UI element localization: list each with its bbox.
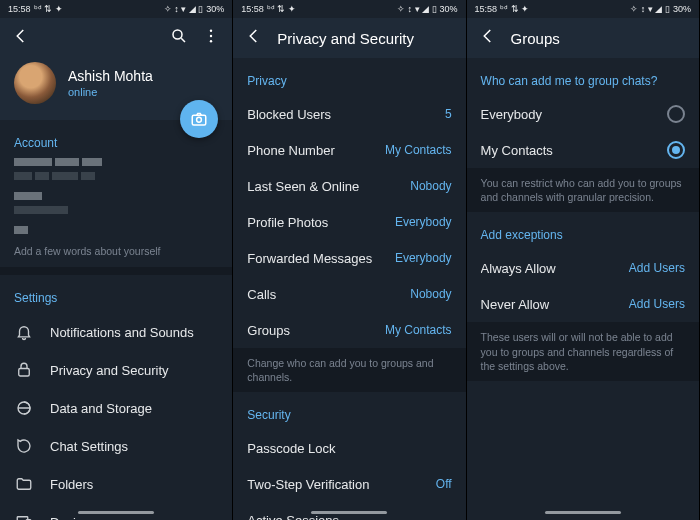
page-title: Privacy and Security <box>277 30 414 47</box>
appbar: Groups <box>467 18 699 58</box>
back-icon[interactable] <box>245 27 263 49</box>
status-bar: 15:58ᵇᵈ ⇅ ✦ ✧ ↕ ▾ ◢ ▯30% <box>467 0 699 18</box>
profile-name: Ashish Mohta <box>68 68 153 84</box>
radio-icon <box>667 105 685 123</box>
back-icon[interactable] <box>479 27 497 49</box>
appbar: Privacy and Security <box>233 18 465 58</box>
nav-pill <box>311 511 387 514</box>
status-bar: 15:58ᵇᵈ ⇅ ✦ ✧ ↕ ▾ ◢ ▯30% <box>233 0 465 18</box>
row-phone[interactable]: Phone NumberMy Contacts <box>233 132 465 168</box>
groups-scroll[interactable]: Who can add me to group chats? Everybody… <box>467 58 699 520</box>
svg-point-2 <box>210 35 212 37</box>
nav-pill <box>545 511 621 514</box>
redacted-info <box>0 226 232 243</box>
row-lastseen[interactable]: Last Seen & OnlineNobody <box>233 168 465 204</box>
bio-placeholder[interactable]: Add a few words about yourself <box>0 243 232 267</box>
opt-mycontacts[interactable]: My Contacts <box>467 132 699 168</box>
row-calls[interactable]: CallsNobody <box>233 276 465 312</box>
hint-groups: Change who can add you to groups and cha… <box>233 348 465 392</box>
section-privacy: Privacy <box>233 58 465 96</box>
item-chat[interactable]: Chat Settings <box>0 427 232 465</box>
status-bar: 15:58ᵇᵈ ⇅ ✦ ✧ ↕ ▾ ◢ ▯30% <box>0 0 232 18</box>
section-security: Security <box>233 392 465 430</box>
redacted-info <box>0 192 232 220</box>
back-icon[interactable] <box>12 27 30 49</box>
hint-restrict: You can restrict who can add you to grou… <box>467 168 699 212</box>
data-icon <box>14 399 34 417</box>
folder-icon <box>14 475 34 493</box>
profile-header: Ashish Mohta online <box>0 58 232 120</box>
radio-icon <box>667 141 685 159</box>
svg-rect-6 <box>19 369 30 377</box>
divider <box>0 267 232 275</box>
devices-icon <box>14 513 34 520</box>
row-groups[interactable]: GroupsMy Contacts <box>233 312 465 348</box>
item-notifications[interactable]: Notifications and Sounds <box>0 313 232 351</box>
item-folders[interactable]: Folders <box>0 465 232 503</box>
search-icon[interactable] <box>170 27 188 49</box>
chat-icon <box>14 437 34 455</box>
section-whocanadd: Who can add me to group chats? <box>467 58 699 96</box>
row-forwarded[interactable]: Forwarded MessagesEverybody <box>233 240 465 276</box>
profile-status: online <box>68 86 153 98</box>
svg-point-5 <box>197 117 202 122</box>
page-title: Groups <box>511 30 560 47</box>
nav-pill <box>78 511 154 514</box>
settings-scroll[interactable]: Account Add a few words about yourself S… <box>0 120 232 520</box>
redacted-info <box>0 158 232 186</box>
row-always[interactable]: Always AllowAdd Users <box>467 250 699 286</box>
appbar <box>0 18 232 58</box>
more-icon[interactable] <box>202 27 220 49</box>
item-data[interactable]: Data and Storage <box>0 389 232 427</box>
section-exceptions: Add exceptions <box>467 212 699 250</box>
section-settings: Settings <box>0 275 232 313</box>
row-photos[interactable]: Profile PhotosEverybody <box>233 204 465 240</box>
svg-point-3 <box>210 40 212 42</box>
row-passcode[interactable]: Passcode Lock <box>233 430 465 466</box>
svg-point-0 <box>173 30 182 39</box>
opt-everybody[interactable]: Everybody <box>467 96 699 132</box>
avatar[interactable] <box>14 62 56 104</box>
privacy-scroll[interactable]: Privacy Blocked Users5 Phone NumberMy Co… <box>233 58 465 520</box>
item-privacy[interactable]: Privacy and Security <box>0 351 232 389</box>
row-twostep[interactable]: Two-Step VerificationOff <box>233 466 465 502</box>
bell-icon <box>14 323 34 341</box>
row-blocked[interactable]: Blocked Users5 <box>233 96 465 132</box>
svg-point-1 <box>210 30 212 32</box>
hint-exceptions: These users will or will not be able to … <box>467 322 699 381</box>
lock-icon <box>14 361 34 379</box>
row-never[interactable]: Never AllowAdd Users <box>467 286 699 322</box>
